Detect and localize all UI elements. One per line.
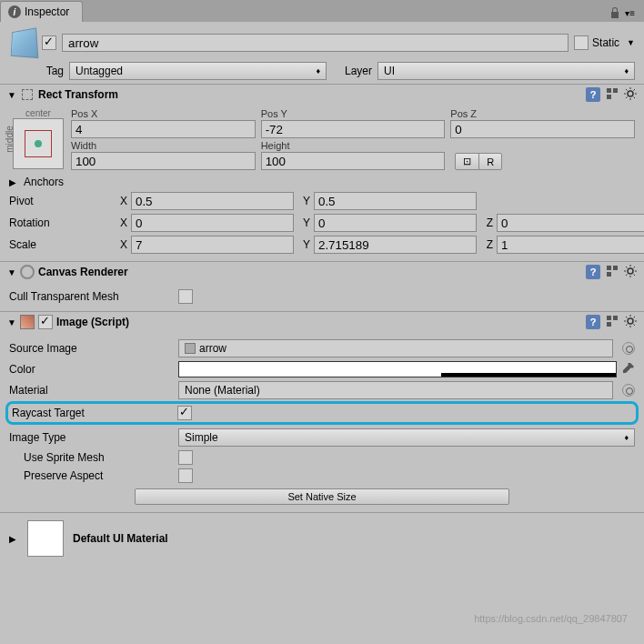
scale-y-input[interactable] [314,236,477,254]
rot-z-input[interactable] [497,214,644,232]
svg-rect-4 [607,266,611,270]
width-input[interactable] [71,152,256,170]
sprite-mesh-label: Use Sprite Mesh [9,451,173,464]
image-type-label: Image Type [9,431,173,444]
preset-icon[interactable] [606,265,619,277]
set-native-size-button[interactable]: Set Native Size [135,488,510,505]
tab-extras: ▾≡ [601,4,644,22]
canvas-renderer-icon [20,265,35,279]
svg-point-11 [628,318,633,324]
tag-label: Tag [9,65,64,77]
inspector-tab[interactable]: i Inspector [0,1,83,22]
foldout-icon[interactable]: ▼ [7,267,16,277]
source-image-field[interactable]: arrow [178,339,613,357]
rect-transform-component: ▼ Rect Transform ? center middle Pos X P… [0,85,644,262]
svg-rect-8 [607,316,611,320]
scale-label: Scale [9,238,109,251]
rotation-label: Rotation [9,216,109,229]
cull-checkbox[interactable] [178,289,193,304]
component-title: Image (Script) [56,316,582,328]
sprite-mesh-checkbox[interactable] [178,450,193,465]
foldout-icon[interactable]: ▼ [7,90,16,100]
height-input[interactable] [261,152,446,170]
context-menu-icon[interactable]: ▾≡ [625,8,635,18]
active-checkbox[interactable] [42,35,56,50]
watermark: https://blog.csdn.net/qq_29847807 [474,613,628,624]
svg-rect-2 [607,95,611,99]
preset-icon[interactable] [606,315,619,327]
pivot-label: Pivot [9,195,109,207]
lock-icon[interactable] [610,7,619,18]
gear-icon[interactable] [624,265,637,277]
svg-rect-5 [613,266,618,270]
svg-rect-6 [607,272,611,277]
color-label: Color [9,363,173,376]
anchors-label: Anchors [24,176,64,188]
component-title: Rect Transform [38,88,582,101]
raycast-highlight: Raycast Target [5,401,639,425]
tag-dropdown[interactable]: Untagged♦ [69,62,327,80]
image-component: ▼ Image (Script) ? Source Image arrow Co… [0,312,644,513]
tab-bar: i Inspector ▾≡ [0,0,644,22]
info-icon: i [8,5,21,18]
posz-input[interactable] [450,120,635,138]
svg-rect-0 [607,88,611,93]
canvas-renderer-component: ▼ Canvas Renderer ? Cull Transparent Mes… [0,262,644,312]
eyedropper-icon[interactable] [622,363,635,376]
posx-input[interactable] [71,120,256,138]
material-section: ▶ Default UI Material [0,513,644,564]
raycast-checkbox[interactable] [177,406,192,420]
help-icon[interactable]: ? [586,265,600,279]
layer-label: Layer [332,65,372,77]
svg-rect-1 [613,88,618,93]
svg-rect-10 [607,322,611,327]
preset-icon[interactable] [606,87,619,100]
static-checkbox[interactable] [574,35,589,50]
rect-transform-icon [20,87,35,102]
material-title: Default UI Material [73,532,168,545]
foldout-icon[interactable]: ▶ [9,534,18,544]
static-dropdown-arrow[interactable]: ▼ [627,38,635,47]
sprite-icon [185,343,196,354]
image-type-dropdown[interactable]: Simple♦ [178,428,635,447]
layer-dropdown[interactable]: UI♦ [377,62,635,80]
material-label: Material [9,384,173,397]
help-icon[interactable]: ? [586,87,600,102]
rot-y-input[interactable] [314,214,477,232]
name-input[interactable] [62,34,569,52]
object-picker-icon[interactable] [622,342,635,355]
static-label: Static [592,36,619,49]
help-icon[interactable]: ? [586,315,600,329]
source-image-label: Source Image [9,342,173,355]
gameobject-icon[interactable] [11,27,39,58]
material-preview[interactable] [27,520,64,557]
gameobject-header: Static ▼ Tag Untagged♦ Layer UI♦ [0,22,644,85]
preserve-aspect-label: Preserve Aspect [9,469,173,482]
scale-x-input[interactable] [131,236,294,254]
image-enabled-checkbox[interactable] [38,315,53,329]
posy-input[interactable] [261,120,446,138]
raycast-label: Raycast Target [12,407,172,419]
component-title: Canvas Renderer [38,266,582,278]
object-picker-icon[interactable] [622,384,635,397]
tab-title: Inspector [25,5,69,18]
foldout-icon[interactable]: ▼ [7,317,16,327]
svg-point-7 [628,268,633,274]
pivot-y-input[interactable] [314,192,477,210]
svg-point-3 [628,91,633,96]
scale-z-input[interactable] [497,236,644,254]
rot-x-input[interactable] [131,214,294,232]
pivot-x-input[interactable] [131,192,294,210]
color-field[interactable] [178,361,617,377]
raw-edit-button[interactable]: R [478,153,502,170]
blueprint-button[interactable]: ⊡ [455,153,479,170]
svg-rect-9 [613,316,618,320]
anchor-preset-button[interactable]: center middle [9,108,64,169]
preserve-aspect-checkbox[interactable] [178,468,193,483]
cull-label: Cull Transparent Mesh [9,290,173,303]
gear-icon[interactable] [624,87,637,100]
material-field[interactable]: None (Material) [178,381,613,399]
image-component-icon [20,315,35,329]
anchors-foldout[interactable]: ▶ [9,177,18,187]
gear-icon[interactable] [624,315,637,327]
